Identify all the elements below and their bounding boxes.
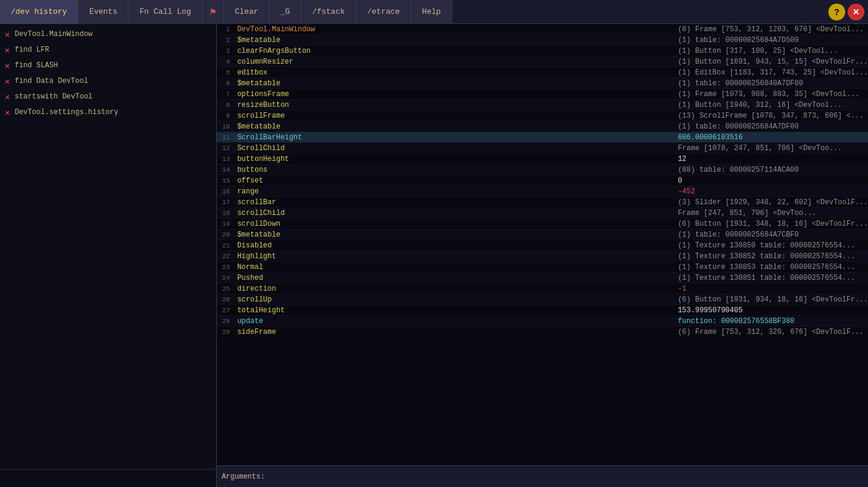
row-value: (1) Texture 130850 table: 000002576554..… (673, 241, 868, 250)
sidebar-bottom (0, 469, 216, 487)
row-key: Highlight (235, 252, 673, 261)
row-key: ScrollChild (235, 144, 673, 153)
table-row[interactable]: 6 $metatable(1) table: 000000256840A7DF0… (217, 78, 868, 89)
g-button[interactable]: _G (270, 0, 301, 24)
row-number: 19 (217, 220, 235, 228)
row-value: 0 (673, 177, 868, 185)
row-key: $metatable (235, 36, 673, 44)
row-key: Disabled (235, 241, 673, 250)
row-key: optionsFrame (235, 90, 673, 98)
item-startswith-devtool[interactable]: ✕startswith DevTool (0, 89, 216, 104)
help-button[interactable]: Help (411, 0, 452, 24)
row-key: scrollChild (235, 209, 673, 217)
table-row[interactable]: 13 buttonHeight12 (217, 154, 868, 165)
item-find-slash[interactable]: ✕find SLASH (0, 58, 216, 73)
row-value: function: 000002576558BF380 (673, 317, 868, 325)
row-value: -452 (673, 187, 868, 196)
table-row[interactable]: 7 optionsFrame(1) Frame [1073, 988, 883,… (217, 89, 868, 100)
help-icon-button[interactable]: ? (828, 4, 845, 20)
row-number: 29 (217, 328, 235, 336)
row-number: 20 (217, 231, 235, 238)
table-row[interactable]: 5 editbox(1) EditBox [1183, 317, 743, 25… (217, 67, 868, 78)
table-row[interactable]: 19 scrollDown(6) Button [1931, 348, 18, … (217, 219, 868, 229)
close-icon-button[interactable]: ✕ (848, 4, 864, 20)
table-row[interactable]: 18 scrollChildFrame [247, 851, 706] <Dev… (217, 208, 868, 219)
table-row[interactable]: 28 updatefunction: 000002576558BF380 (217, 316, 868, 327)
table-row[interactable]: 25 direction-1 (217, 283, 868, 294)
etrace-button[interactable]: /etrace (357, 0, 412, 24)
remove-icon[interactable]: ✕ (5, 61, 10, 71)
table-row[interactable]: 3 clearFnArgsButton(1) Button [317, 100,… (217, 46, 868, 56)
table-row[interactable]: 15 offset0 (217, 175, 868, 186)
data-table: 1DevTool.MainWindow(8) Frame [753, 312, … (217, 24, 868, 465)
table-row[interactable]: 4 columnResizer(1) Button [1691, 943, 15… (217, 56, 868, 67)
table-row[interactable]: 8 resizeButton(1) Button [1940, 312, 16]… (217, 100, 868, 110)
sidebar-item-label: find Data DevTool (14, 77, 88, 85)
row-number: 2 (217, 37, 235, 44)
clear-button[interactable]: Clear (224, 0, 270, 24)
row-number: 15 (217, 177, 235, 184)
row-number: 3 (217, 47, 235, 55)
item-devtool-mainwindow[interactable]: ✕DevTool.MainWindow (0, 26, 216, 42)
row-value: (1) table: 00000025684A7D500 (673, 36, 868, 44)
table-row[interactable]: 22 Highlight(1) Texture 130852 table: 00… (217, 251, 868, 262)
item-find-lfr[interactable]: ✕find LFR (0, 42, 216, 58)
sidebar-item-label: startswith DevTool (14, 92, 92, 101)
row-value: (1) Frame [1073, 988, 883, 35] <DevTool.… (673, 90, 868, 98)
row-key: scrollBar (235, 198, 673, 207)
item-find-data-devtool[interactable]: ✕find Data DevTool (0, 73, 216, 89)
row-key: resizeButton (235, 101, 673, 109)
table-row[interactable]: 12 ScrollChildFrame [1078, 247, 851, 706… (217, 143, 868, 154)
table-row[interactable]: 23 Normal(1) Texture 130853 table: 00000… (217, 262, 868, 273)
row-number: 22 (217, 253, 235, 260)
remove-icon[interactable]: ✕ (5, 29, 10, 40)
table-row[interactable]: 26 scrollUp(6) Button [1931, 934, 18, 16… (217, 294, 868, 305)
row-number: 24 (217, 274, 235, 282)
toolbar: /dev history Events Fn Call Log ⚑ Clear … (0, 0, 868, 24)
table-row[interactable]: 14 buttons(88) table: 00000257114ACA00 (217, 165, 868, 175)
row-key: $metatable (235, 79, 673, 88)
row-key: clearFnArgsButton (235, 47, 673, 55)
table-row[interactable]: 2 $metatable(1) table: 00000025684A7D500 (217, 35, 868, 46)
tab-events[interactable]: Events (79, 0, 129, 24)
row-key: buttonHeight (235, 155, 673, 163)
row-value: (1) Texture 130851 table: 000002576554..… (673, 274, 868, 282)
row-value: (6) Button [1931, 934, 18, 16] <DevToolF… (673, 295, 868, 304)
table-row[interactable]: 27 totalHeight153.99950790405 (217, 305, 868, 316)
table-row[interactable]: 24 Pushed(1) Texture 130851 table: 00000… (217, 273, 868, 283)
row-key: offset (235, 177, 673, 185)
row-value: (13) ScrollFrame [1078, 347, 873, 606] <… (673, 112, 868, 120)
table-row[interactable]: 16 range-452 (217, 186, 868, 197)
sidebar-item-label: DevTool.MainWindow (14, 30, 92, 38)
fstack-button[interactable]: /fstack (301, 0, 357, 24)
flag-icon[interactable]: ⚑ (202, 0, 224, 24)
row-number: 21 (217, 242, 235, 249)
table-row[interactable]: 20 $metatable(1) table: 00000025684A7CBF… (217, 229, 868, 240)
row-key: direction (235, 285, 673, 293)
row-number: 25 (217, 285, 235, 292)
item-devtool-settings-history[interactable]: ✕DevTool.settings.history (0, 104, 216, 120)
row-key: totalHeight (235, 306, 673, 315)
row-key: $metatable (235, 231, 673, 239)
table-row[interactable]: 21 Disabled(1) Texture 130850 table: 000… (217, 240, 868, 251)
table-row[interactable]: 9 scrollFrame(13) ScrollFrame [1078, 347… (217, 110, 868, 121)
row-key: range (235, 187, 673, 196)
remove-icon[interactable]: ✕ (5, 76, 10, 86)
table-row[interactable]: 11 ScrollBarHeight606.00006103516 (217, 132, 868, 143)
row-number: 6 (217, 80, 235, 87)
table-row[interactable]: 10 $metatable(1) table: 00000025684A7DF0… (217, 121, 868, 132)
table-row[interactable]: 29 sideFrame(6) Frame [753, 312, 320, 67… (217, 327, 868, 337)
remove-icon[interactable]: ✕ (5, 107, 10, 118)
row-value: (6) Button [1931, 348, 18, 16] <DevToolF… (673, 220, 868, 228)
table-row[interactable]: 1DevTool.MainWindow(8) Frame [753, 312, … (217, 24, 868, 35)
row-number: 8 (217, 101, 235, 109)
remove-icon[interactable]: ✕ (5, 92, 10, 102)
row-number: 13 (217, 156, 235, 163)
main-layout: ✕DevTool.MainWindow✕find LFR✕find SLASH✕… (0, 24, 868, 487)
table-row[interactable]: 17 scrollBar(3) Slider [1929, 348, 22, 6… (217, 197, 868, 208)
tab-fn-call-log[interactable]: Fn Call Log (128, 0, 202, 24)
row-key: editbox (235, 68, 673, 77)
row-key: DevTool.MainWindow (235, 25, 673, 34)
tab-dev-history[interactable]: /dev history (0, 0, 79, 24)
remove-icon[interactable]: ✕ (5, 45, 10, 55)
